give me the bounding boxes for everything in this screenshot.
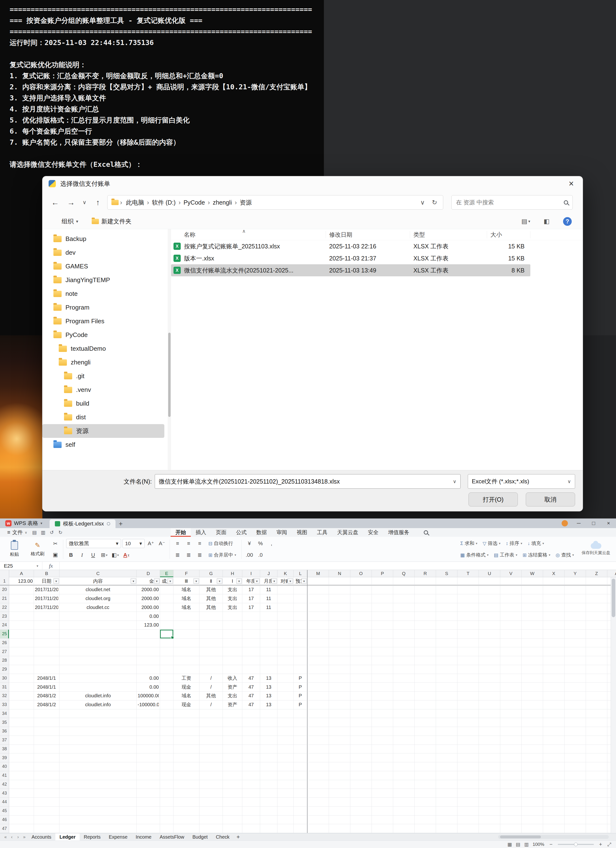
cell-P21[interactable] [372, 594, 393, 603]
cell-A35[interactable] [9, 718, 34, 727]
cell-U36[interactable] [479, 727, 500, 736]
cell-Y32[interactable] [564, 692, 586, 700]
cell-L29[interactable] [293, 665, 308, 674]
cell-K28[interactable] [277, 656, 293, 665]
cell-U28[interactable] [479, 656, 500, 665]
cell-K34[interactable] [277, 709, 293, 718]
cell-L21[interactable] [293, 594, 308, 603]
minimize-icon[interactable]: ─ [571, 519, 586, 528]
cell-A37[interactable] [9, 736, 34, 745]
filter-icon[interactable]: ▾ [194, 578, 199, 584]
cell-X1[interactable] [543, 577, 564, 586]
add-sheet-button[interactable]: + [234, 833, 243, 840]
cell-V28[interactable] [500, 656, 522, 665]
filter-icon[interactable]: ▾ [287, 578, 293, 584]
cell-B43[interactable] [34, 789, 59, 798]
cell-A47[interactable] [9, 824, 34, 833]
cell-I45[interactable] [242, 806, 260, 815]
cell-K36[interactable] [277, 727, 293, 736]
sheet-tab-Budget[interactable]: Budget [188, 833, 212, 841]
cell-V41[interactable] [500, 771, 522, 780]
cell-O23[interactable] [350, 612, 372, 621]
cut-icon[interactable]: ✂ [50, 539, 60, 549]
cell-X36[interactable] [543, 727, 564, 736]
filter-icon[interactable]: ▾ [236, 578, 242, 584]
cell-E45[interactable] [160, 806, 173, 815]
cell-C24[interactable] [59, 621, 137, 630]
cell-M25[interactable] [308, 630, 329, 639]
cell-J26[interactable] [260, 639, 277, 648]
cell-H39[interactable] [223, 753, 242, 762]
tree-item-dist[interactable]: dist [42, 411, 164, 424]
cell-C1[interactable]: 内容▾ [59, 577, 137, 586]
cell-F24[interactable] [173, 621, 200, 630]
cell-P37[interactable] [372, 736, 393, 745]
sheet-tab-AssetsFlow[interactable]: AssetsFlow [155, 833, 188, 841]
cell-U40[interactable] [479, 762, 500, 771]
comma-format-icon[interactable]: , [267, 539, 276, 548]
name-box[interactable]: E25 ▾ [0, 562, 42, 570]
cell-E1[interactable]: 成员▾ [160, 577, 173, 586]
file-row[interactable]: X微信支付账单流水文件(20251021-2025...2025-11-03 1… [171, 264, 530, 276]
cell-M47[interactable] [308, 824, 329, 833]
cell-Z21[interactable] [586, 594, 607, 603]
cell-E31[interactable] [160, 683, 173, 692]
cell-V44[interactable] [500, 798, 522, 806]
cell-A41[interactable] [9, 771, 34, 780]
filter-icon[interactable]: ▾ [254, 578, 260, 584]
cell-E33[interactable] [160, 700, 173, 709]
cell-Z41[interactable] [586, 771, 607, 780]
cell-E28[interactable] [160, 656, 173, 665]
cell-D26[interactable] [137, 639, 160, 648]
column-header-T[interactable]: T [458, 570, 479, 577]
cell-A20[interactable] [9, 586, 34, 594]
cell-X40[interactable] [543, 762, 564, 771]
cell-A23[interactable] [9, 612, 34, 621]
cell-H30[interactable]: 收入 [223, 674, 242, 683]
cell-C43[interactable] [59, 789, 137, 798]
cell-U33[interactable] [479, 700, 500, 709]
cell-S37[interactable] [436, 736, 458, 745]
fx-icon[interactable]: fx [42, 562, 60, 570]
cell-Z24[interactable] [586, 621, 607, 630]
cell-R38[interactable] [415, 745, 436, 754]
cell-Q24[interactable] [393, 621, 415, 630]
zoom-in-icon[interactable]: + [598, 841, 604, 848]
breadcrumb-item[interactable]: 资源 [237, 199, 254, 206]
cell-Q1[interactable] [393, 577, 415, 586]
cell-N22[interactable] [329, 603, 350, 612]
cell-I31[interactable]: 47 [242, 683, 260, 692]
cell-U39[interactable] [479, 753, 500, 762]
cell-J44[interactable] [260, 798, 277, 806]
cell-B25[interactable] [34, 630, 59, 639]
cell-Z30[interactable] [586, 674, 607, 683]
cell-T26[interactable] [458, 639, 479, 648]
horizontal-scrollbar-track[interactable] [498, 835, 609, 839]
column-header-R[interactable]: R [415, 570, 436, 577]
menu-增值服务[interactable]: 增值服务 [383, 528, 414, 537]
cell-X20[interactable] [543, 586, 564, 594]
cell-T30[interactable] [458, 674, 479, 683]
cell-A33[interactable] [9, 700, 34, 709]
cell-F37[interactable] [173, 736, 200, 745]
cell-F20[interactable]: 域名 [173, 586, 200, 594]
cell-O27[interactable] [350, 647, 372, 656]
wrap-text-button[interactable]: ⊟ 自动换行 [206, 539, 235, 549]
cell-L39[interactable] [293, 753, 308, 762]
cell-K37[interactable] [277, 736, 293, 745]
cell-Y39[interactable] [564, 753, 586, 762]
cell-O22[interactable] [350, 603, 372, 612]
cell-L44[interactable] [293, 798, 308, 806]
cell-K42[interactable] [277, 780, 293, 789]
cell-F36[interactable] [173, 727, 200, 736]
filetype-dropdown-icon[interactable]: ∨ [567, 479, 571, 484]
filter-icon[interactable]: ▾ [154, 578, 160, 584]
cell-S31[interactable] [436, 683, 458, 692]
breadcrumb-item[interactable]: zhengli [210, 199, 234, 206]
cell-U24[interactable] [479, 621, 500, 630]
cell-W39[interactable] [522, 753, 543, 762]
cell-Y47[interactable] [564, 824, 586, 833]
cell-Z25[interactable] [586, 630, 607, 639]
cell-U29[interactable] [479, 665, 500, 674]
cell-Z36[interactable] [586, 727, 607, 736]
